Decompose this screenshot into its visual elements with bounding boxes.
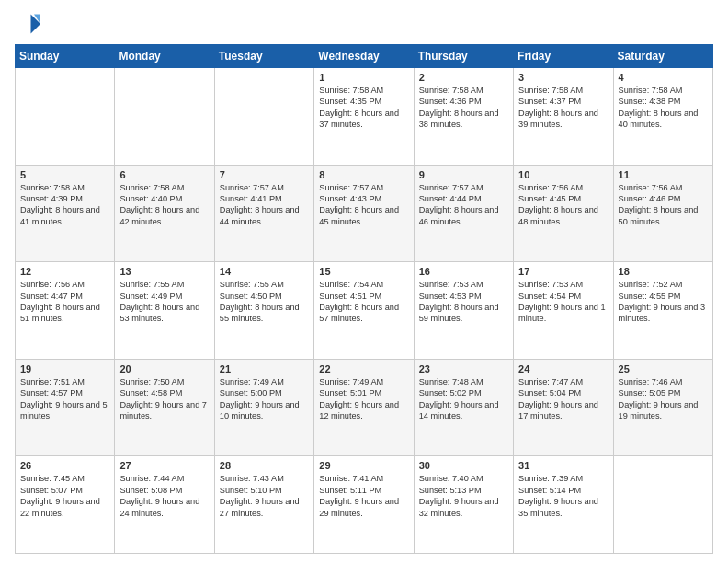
weekday-header-saturday: Saturday xyxy=(613,45,712,68)
day-number: 15 xyxy=(319,266,408,277)
day-number: 10 xyxy=(518,169,608,180)
day-info: Sunrise: 7:52 AM Sunset: 4:55 PM Dayligh… xyxy=(619,279,708,325)
weekday-header-friday: Friday xyxy=(514,45,613,68)
day-cell: 31Sunrise: 7:39 AM Sunset: 5:14 PM Dayli… xyxy=(514,456,613,554)
day-number: 29 xyxy=(319,460,408,471)
day-info: Sunrise: 7:50 AM Sunset: 4:58 PM Dayligh… xyxy=(119,376,209,422)
day-info: Sunrise: 7:56 AM Sunset: 4:46 PM Dayligh… xyxy=(619,182,708,228)
day-cell: 21Sunrise: 7:49 AM Sunset: 5:00 PM Dayli… xyxy=(214,359,313,456)
day-number: 21 xyxy=(220,363,309,374)
day-cell: 4Sunrise: 7:58 AM Sunset: 4:38 PM Daylig… xyxy=(613,68,712,166)
day-info: Sunrise: 7:53 AM Sunset: 4:53 PM Dayligh… xyxy=(419,279,508,325)
day-number: 1 xyxy=(319,72,408,83)
day-number: 31 xyxy=(518,460,608,471)
day-cell: 5Sunrise: 7:58 AM Sunset: 4:39 PM Daylig… xyxy=(16,165,115,262)
day-cell: 29Sunrise: 7:41 AM Sunset: 5:11 PM Dayli… xyxy=(314,456,414,554)
day-info: Sunrise: 7:49 AM Sunset: 5:00 PM Dayligh… xyxy=(220,376,309,422)
day-info: Sunrise: 7:58 AM Sunset: 4:38 PM Dayligh… xyxy=(619,85,708,131)
day-cell: 22Sunrise: 7:49 AM Sunset: 5:01 PM Dayli… xyxy=(314,359,414,456)
day-number: 11 xyxy=(619,169,708,180)
day-cell: 27Sunrise: 7:44 AM Sunset: 5:08 PM Dayli… xyxy=(115,456,214,554)
day-number: 12 xyxy=(20,266,109,277)
weekday-header-row: SundayMondayTuesdayWednesdayThursdayFrid… xyxy=(16,45,713,68)
day-cell: 16Sunrise: 7:53 AM Sunset: 4:53 PM Dayli… xyxy=(414,262,513,360)
day-info: Sunrise: 7:39 AM Sunset: 5:14 PM Dayligh… xyxy=(518,473,608,519)
day-cell: 19Sunrise: 7:51 AM Sunset: 4:57 PM Dayli… xyxy=(16,359,115,456)
day-info: Sunrise: 7:40 AM Sunset: 5:13 PM Dayligh… xyxy=(419,473,508,519)
weekday-header-monday: Monday xyxy=(115,45,214,68)
day-number: 4 xyxy=(619,72,708,83)
weekday-header-wednesday: Wednesday xyxy=(314,45,414,68)
week-row-1: 1Sunrise: 7:58 AM Sunset: 4:35 PM Daylig… xyxy=(16,68,713,166)
day-cell: 30Sunrise: 7:40 AM Sunset: 5:13 PM Dayli… xyxy=(414,456,513,554)
day-cell: 20Sunrise: 7:50 AM Sunset: 4:58 PM Dayli… xyxy=(115,359,214,456)
day-cell: 17Sunrise: 7:53 AM Sunset: 4:54 PM Dayli… xyxy=(514,262,613,360)
day-cell: 11Sunrise: 7:56 AM Sunset: 4:46 PM Dayli… xyxy=(613,165,712,262)
day-number: 7 xyxy=(220,169,309,180)
day-cell: 28Sunrise: 7:43 AM Sunset: 5:10 PM Dayli… xyxy=(214,456,313,554)
day-info: Sunrise: 7:58 AM Sunset: 4:36 PM Dayligh… xyxy=(419,85,508,131)
day-number: 6 xyxy=(119,169,209,180)
day-cell: 9Sunrise: 7:57 AM Sunset: 4:44 PM Daylig… xyxy=(414,165,513,262)
day-cell: 14Sunrise: 7:55 AM Sunset: 4:50 PM Dayli… xyxy=(214,262,313,360)
day-info: Sunrise: 7:44 AM Sunset: 5:08 PM Dayligh… xyxy=(119,473,209,519)
week-row-5: 26Sunrise: 7:45 AM Sunset: 5:07 PM Dayli… xyxy=(16,456,713,554)
day-cell: 6Sunrise: 7:58 AM Sunset: 4:40 PM Daylig… xyxy=(115,165,214,262)
day-cell: 13Sunrise: 7:55 AM Sunset: 4:49 PM Dayli… xyxy=(115,262,214,360)
day-number: 24 xyxy=(518,363,608,374)
day-info: Sunrise: 7:49 AM Sunset: 5:01 PM Dayligh… xyxy=(319,376,408,422)
week-row-3: 12Sunrise: 7:56 AM Sunset: 4:47 PM Dayli… xyxy=(16,262,713,360)
day-cell xyxy=(613,456,712,554)
day-cell: 12Sunrise: 7:56 AM Sunset: 4:47 PM Dayli… xyxy=(16,262,115,360)
day-number: 30 xyxy=(419,460,508,471)
day-info: Sunrise: 7:55 AM Sunset: 4:50 PM Dayligh… xyxy=(220,279,309,325)
day-info: Sunrise: 7:57 AM Sunset: 4:41 PM Dayligh… xyxy=(220,182,309,228)
day-info: Sunrise: 7:51 AM Sunset: 4:57 PM Dayligh… xyxy=(20,376,109,422)
day-info: Sunrise: 7:58 AM Sunset: 4:37 PM Dayligh… xyxy=(518,85,608,131)
day-cell: 2Sunrise: 7:58 AM Sunset: 4:36 PM Daylig… xyxy=(414,68,513,166)
day-number: 22 xyxy=(319,363,408,374)
day-info: Sunrise: 7:56 AM Sunset: 4:45 PM Dayligh… xyxy=(518,182,608,228)
weekday-header-thursday: Thursday xyxy=(414,45,513,68)
day-number: 9 xyxy=(419,169,508,180)
day-cell: 25Sunrise: 7:46 AM Sunset: 5:05 PM Dayli… xyxy=(613,359,712,456)
day-cell: 18Sunrise: 7:52 AM Sunset: 4:55 PM Dayli… xyxy=(613,262,712,360)
day-cell xyxy=(16,68,115,166)
day-cell xyxy=(115,68,214,166)
week-row-2: 5Sunrise: 7:58 AM Sunset: 4:39 PM Daylig… xyxy=(16,165,713,262)
day-cell: 26Sunrise: 7:45 AM Sunset: 5:07 PM Dayli… xyxy=(16,456,115,554)
day-number: 3 xyxy=(518,72,608,83)
day-cell: 10Sunrise: 7:56 AM Sunset: 4:45 PM Dayli… xyxy=(514,165,613,262)
day-cell: 3Sunrise: 7:58 AM Sunset: 4:37 PM Daylig… xyxy=(514,68,613,166)
day-info: Sunrise: 7:46 AM Sunset: 5:05 PM Dayligh… xyxy=(619,376,708,422)
day-number: 20 xyxy=(119,363,209,374)
day-info: Sunrise: 7:55 AM Sunset: 4:49 PM Dayligh… xyxy=(119,279,209,325)
day-info: Sunrise: 7:58 AM Sunset: 4:40 PM Dayligh… xyxy=(119,182,209,228)
day-number: 28 xyxy=(220,460,309,471)
day-info: Sunrise: 7:53 AM Sunset: 4:54 PM Dayligh… xyxy=(518,279,608,325)
day-cell xyxy=(214,68,313,166)
calendar-table: SundayMondayTuesdayWednesdayThursdayFrid… xyxy=(15,44,713,554)
day-number: 25 xyxy=(619,363,708,374)
day-info: Sunrise: 7:57 AM Sunset: 4:43 PM Dayligh… xyxy=(319,182,408,228)
day-number: 16 xyxy=(419,266,508,277)
day-info: Sunrise: 7:58 AM Sunset: 4:39 PM Dayligh… xyxy=(20,182,109,228)
day-number: 26 xyxy=(20,460,109,471)
day-info: Sunrise: 7:45 AM Sunset: 5:07 PM Dayligh… xyxy=(20,473,109,519)
day-number: 23 xyxy=(419,363,508,374)
day-info: Sunrise: 7:47 AM Sunset: 5:04 PM Dayligh… xyxy=(518,376,608,422)
logo-icon xyxy=(15,11,40,37)
day-cell: 23Sunrise: 7:48 AM Sunset: 5:02 PM Dayli… xyxy=(414,359,513,456)
day-number: 17 xyxy=(518,266,608,277)
day-cell: 8Sunrise: 7:57 AM Sunset: 4:43 PM Daylig… xyxy=(314,165,414,262)
day-number: 8 xyxy=(319,169,408,180)
day-info: Sunrise: 7:57 AM Sunset: 4:44 PM Dayligh… xyxy=(419,182,508,228)
day-cell: 7Sunrise: 7:57 AM Sunset: 4:41 PM Daylig… xyxy=(214,165,313,262)
day-info: Sunrise: 7:54 AM Sunset: 4:51 PM Dayligh… xyxy=(319,279,408,325)
week-row-4: 19Sunrise: 7:51 AM Sunset: 4:57 PM Dayli… xyxy=(16,359,713,456)
day-info: Sunrise: 7:48 AM Sunset: 5:02 PM Dayligh… xyxy=(419,376,508,422)
day-number: 27 xyxy=(119,460,209,471)
day-info: Sunrise: 7:58 AM Sunset: 4:35 PM Dayligh… xyxy=(319,85,408,131)
day-number: 19 xyxy=(20,363,109,374)
day-info: Sunrise: 7:41 AM Sunset: 5:11 PM Dayligh… xyxy=(319,473,408,519)
